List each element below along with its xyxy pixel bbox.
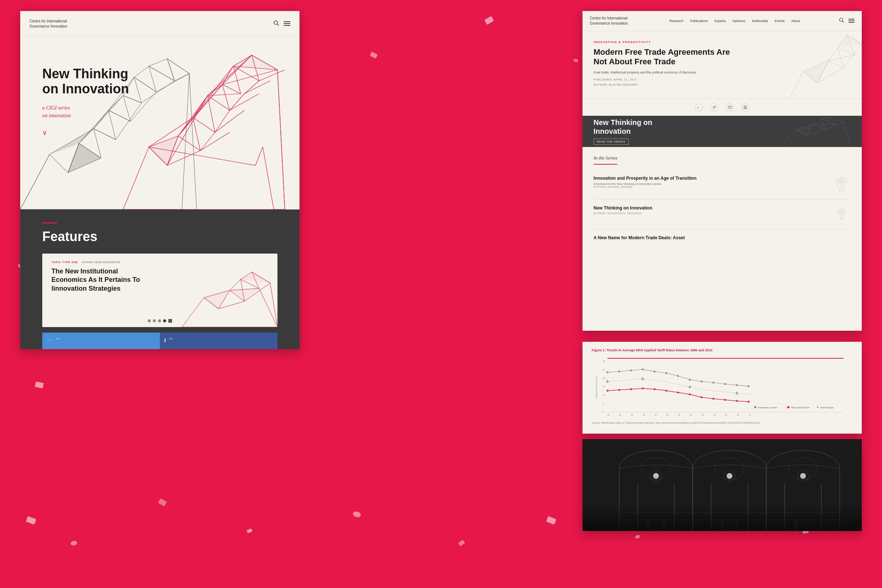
svg-text:86: 86 [608,414,610,416]
hero-chevron[interactable]: ∨ [42,129,138,137]
series-banner-mountain [770,117,851,146]
svg-text:25: 25 [603,369,605,371]
social-row: 🐦 1m f 1m [42,333,278,349]
series-item-2-icon [832,206,851,224]
carousel-dot-3[interactable] [158,320,161,322]
svg-marker-171 [817,406,819,408]
svg-line-37 [178,96,208,136]
svg-point-0 [274,21,278,24]
svg-point-159 [712,398,714,400]
svg-point-150 [607,390,609,392]
series-item-1-title: Innovation and Prosperity in an Age of T… [594,176,827,181]
series-item-3-title: A New Name for Modern Trade Deals: Asset [594,235,851,240]
svg-rect-72 [849,19,854,20]
svg-text:5: 5 [603,402,604,405]
series-item-1[interactable]: Innovation and Prosperity in an Age of T… [594,170,851,200]
svg-point-162 [748,401,750,403]
svg-text:World Average: World Average [820,406,834,409]
nav-events[interactable]: Events [775,19,785,23]
series-item-2[interactable]: New Thinking on Innovation AUTHOR: ROHIN… [594,200,851,230]
svg-marker-164 [641,377,644,381]
share-facebook-icon[interactable]: f [695,103,703,111]
svg-line-50 [230,94,259,110]
svg-marker-28 [68,143,101,173]
svg-point-143 [677,375,679,377]
svg-text:88: 88 [619,414,621,416]
svg-rect-73 [849,21,854,21]
right-menu-icon[interactable] [849,18,854,24]
carousel-dot-2[interactable] [153,320,156,322]
svg-rect-74 [849,22,854,23]
svg-line-1 [278,24,279,26]
svg-point-169 [787,406,789,408]
svg-line-47 [222,70,278,84]
nav-multimedia[interactable]: Multimedia [752,19,768,23]
share-print-icon[interactable] [741,103,749,111]
svg-rect-207 [582,439,862,531]
svg-line-15 [167,59,189,74]
nav-experts[interactable]: Experts [714,19,726,23]
svg-marker-30 [149,55,285,210]
nav-research[interactable]: Research [669,19,684,23]
svg-point-137 [607,372,609,374]
svg-marker-165 [688,385,691,389]
svg-line-64 [230,279,241,290]
svg-rect-3 [284,23,290,24]
svg-text:00: 00 [690,414,692,416]
svg-point-158 [701,396,703,398]
svg-point-157 [689,394,691,395]
svg-marker-29 [123,55,285,210]
svg-line-53 [200,132,215,151]
social-card-twitter[interactable]: 🐦 1m [42,333,160,349]
svg-marker-86 [838,35,862,48]
nav-about[interactable]: About [791,19,800,23]
hero-section: New Thinking on Innovation a CIGI series… [20,37,300,210]
svg-point-146 [712,382,714,384]
article-title: Modern Free Trade Agreements Are Not Abo… [594,47,741,67]
article-description: Free trade, intellectual property and th… [594,70,733,74]
hero-title: New Thinking on Innovation [42,66,138,97]
photo-panel [582,439,862,531]
feature-card-topic: TOPIC TYPE ONE [51,261,78,264]
search-icon[interactable] [273,20,279,28]
svg-text:15: 15 [603,386,605,388]
nav-publications[interactable]: Publications [690,19,708,23]
svg-point-138 [618,371,620,373]
author-label: AUTHOR: [594,83,608,86]
right-browser-window: Centre for International Governance Inno… [582,11,862,331]
svg-line-71 [842,21,844,22]
share-twitter-icon[interactable] [710,103,718,111]
feature-card[interactable]: TOPIC TYPE ONE AUTHOR: DAVID MUSSINGTON … [42,254,278,327]
social-card-facebook[interactable]: f 1m [160,333,278,349]
right-logo: Centre for International Governance Inno… [590,16,630,26]
svg-line-45 [193,66,233,118]
series-item-2-content: New Thinking on Innovation AUTHOR: ROHIN… [594,206,827,214]
nav-opinions[interactable]: Opinions [732,19,746,23]
series-banner-title: New Thinking onInnovation [594,118,763,136]
svg-text:10: 10 [603,394,605,396]
features-title: Features [42,229,278,244]
svg-line-14 [149,66,175,81]
share-email-icon[interactable] [726,103,734,111]
carousel-dot-5[interactable] [168,319,172,322]
carousel-dot-4[interactable] [163,320,166,322]
chart-section: Figure 1: Trends in Average MFN Applied … [582,342,862,434]
svg-text:f: f [698,106,699,109]
menu-icon[interactable] [284,21,290,27]
carousel-dot-1[interactable] [148,320,151,322]
right-nav-icons [839,18,854,24]
right-search-icon[interactable] [839,18,844,24]
chart-panel: Figure 1: Trends in Average MFN Applied … [582,342,862,434]
svg-line-55 [230,94,244,110]
series-read-button[interactable]: READ THE SERIES [594,138,629,145]
svg-line-39 [208,94,241,96]
svg-line-46 [208,55,252,96]
article-content-area: INNOVATION & PRODUCTIVITY Modern Free Tr… [582,31,862,116]
svg-text:06: 06 [725,414,727,416]
published-date: APRIL 11, 2017 [614,78,637,81]
svg-text:Applied Tariff Rates (%): Applied Tariff Rates (%) [596,376,597,399]
svg-line-78 [829,55,854,61]
svg-text:High Income OECDs: High Income OECDs [791,406,810,409]
series-item-3[interactable]: A New Name for Modern Trade Deals: Asset [594,230,851,248]
chart-title: Figure 1: Trends in Average MFN Applied … [592,348,853,352]
